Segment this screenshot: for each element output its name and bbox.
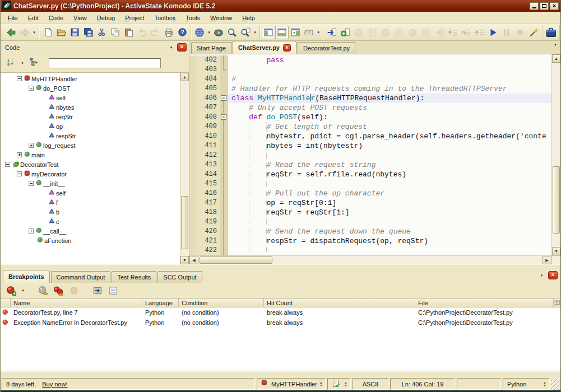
code-line-420[interactable]: 420 # Send the request down the queue: [189, 227, 551, 236]
bottom-panel-menu-button[interactable]: ▾: [537, 271, 546, 279]
tree-item-nbytes[interactable]: nbytes: [1, 102, 180, 112]
line-number[interactable]: 418: [196, 208, 220, 217]
editor-vertical-scrollbar[interactable]: ▲ ▼: [551, 54, 560, 255]
code-editor[interactable]: 402 pass403404#405# Handler for HTTP req…: [189, 54, 551, 255]
tab-breakpoints[interactable]: Breakpoints: [3, 270, 50, 283]
breakpoint-margin[interactable]: [189, 236, 196, 246]
code-line-410[interactable]: 410 nbytestr, pdict = cgi.parse_header(s…: [189, 132, 551, 141]
fold-margin[interactable]: [220, 74, 228, 84]
tree-item-init[interactable]: __init__: [1, 179, 180, 188]
breakpoint-margin[interactable]: [189, 55, 196, 65]
column-header-language[interactable]: Language: [142, 298, 179, 307]
resize-grip[interactable]: [551, 378, 559, 390]
scroll-up-arrow[interactable]: ▲: [180, 73, 189, 81]
line-number[interactable]: 411: [196, 141, 220, 151]
find-button[interactable]: [225, 26, 239, 39]
print-button[interactable]: [162, 26, 175, 39]
code-line-413[interactable]: 413 # Read the request string: [189, 160, 551, 170]
code-line-422[interactable]: 422: [189, 246, 551, 255]
add-breakpoint-button[interactable]: [4, 284, 18, 297]
browser-options-caret-button[interactable]: ▾: [206, 26, 212, 39]
menu-code[interactable]: Code: [44, 13, 68, 23]
line-number[interactable]: 420: [196, 227, 220, 236]
column-header-condition[interactable]: Condition: [179, 298, 264, 307]
back-button[interactable]: [4, 26, 18, 39]
help-button[interactable]: ?: [175, 26, 189, 39]
buy-now-link[interactable]: Buy now!: [42, 381, 67, 388]
code-line-417[interactable]: 417 op = reqStr[0:1]: [189, 198, 551, 208]
code-panel-menu-button[interactable]: ▾: [167, 43, 175, 52]
tree-item-call[interactable]: __call__: [1, 226, 180, 236]
breakpoint-margin[interactable]: [189, 179, 196, 189]
new-file-button[interactable]: [41, 26, 54, 39]
editor-hscroll-track[interactable]: [198, 256, 543, 264]
tree-item-b[interactable]: b: [1, 207, 180, 217]
breakpoint-margin[interactable]: [189, 113, 196, 122]
menu-view[interactable]: View: [68, 13, 92, 23]
expander-open-icon[interactable]: [17, 171, 22, 176]
breakpoint-margin[interactable]: [189, 170, 196, 179]
line-number[interactable]: 413: [196, 160, 220, 170]
debug-go-button[interactable]: [325, 26, 339, 39]
fold-margin[interactable]: [220, 198, 228, 208]
minimize-button[interactable]: [530, 2, 539, 10]
line-number[interactable]: 403: [196, 65, 220, 74]
menu-edit[interactable]: Edit: [23, 13, 44, 23]
expander-closed-icon[interactable]: [17, 152, 22, 157]
fold-margin[interactable]: [220, 113, 228, 122]
scroll-down-arrow[interactable]: ▼: [552, 247, 560, 255]
menu-project[interactable]: Project: [120, 13, 149, 23]
line-number[interactable]: 404: [196, 74, 220, 84]
breakpoint-margin[interactable]: [189, 217, 196, 227]
sort-options-caret-button[interactable]: ▾: [20, 57, 25, 70]
column-header-file[interactable]: File: [415, 298, 554, 307]
pane-right-button[interactable]: [289, 26, 302, 39]
breakpoint-margin[interactable]: [189, 122, 196, 132]
line-number[interactable]: 407: [196, 103, 220, 113]
menu-toolbox[interactable]: Toolbox: [149, 13, 180, 23]
tab-close-button[interactable]: ×: [283, 44, 291, 52]
sort-order-button[interactable]: 19: [5, 57, 17, 69]
tab-command-output[interactable]: Command Output: [51, 271, 111, 283]
line-number[interactable]: 415: [196, 179, 220, 189]
line-number[interactable]: 408: [196, 113, 220, 122]
tree-item-decoratortest[interactable]: DecoratorTest: [1, 160, 180, 169]
column-header-hit-count[interactable]: Hit Count: [264, 298, 415, 307]
editor-horizontal-scrollbar[interactable]: ◀ ▶: [189, 255, 560, 264]
breakpoint-row[interactable]: DecoratorTest.py, line 7Python(no condit…: [1, 307, 560, 318]
expander-open-icon[interactable]: [29, 86, 34, 91]
code-line-415[interactable]: 415: [189, 179, 551, 189]
fold-margin[interactable]: [220, 84, 228, 94]
code-line-411[interactable]: 411 nbytes = int(nbytestr): [189, 141, 551, 151]
code-line-402[interactable]: 402 pass: [189, 55, 551, 65]
code-line-406[interactable]: 406class MyHTTPHandler(BaseHTTPRequestHa…: [189, 94, 551, 103]
scroll-right-arrow[interactable]: ▶: [543, 256, 551, 264]
fold-margin[interactable]: [220, 246, 228, 255]
language-spinner[interactable]: ▴▾: [544, 381, 545, 387]
nav-history-caret-button[interactable]: ▾: [31, 26, 37, 39]
fold-margin[interactable]: [220, 55, 228, 65]
maximize-button[interactable]: [540, 2, 549, 10]
line-number[interactable]: 409: [196, 122, 220, 132]
fold-margin[interactable]: [220, 132, 228, 141]
expander-open-icon[interactable]: [5, 162, 10, 167]
expander-open-icon[interactable]: [17, 76, 22, 81]
menu-file[interactable]: File: [3, 13, 23, 23]
tree-item-self[interactable]: self: [1, 188, 180, 198]
breakpoint-margin[interactable]: [189, 208, 196, 217]
tree-item-myhttphandler[interactable]: MyHTTPHandler: [1, 74, 180, 83]
encoding-indicator[interactable]: ASCII: [353, 378, 388, 390]
code-line-416[interactable]: 416 # Pull out the op character: [189, 189, 551, 198]
close-button[interactable]: ×: [550, 2, 559, 10]
code-line-418[interactable]: 418 reqStr = reqStr[1:]: [189, 208, 551, 217]
debug-new-session-button[interactable]: [339, 26, 352, 39]
fold-margin[interactable]: [220, 141, 228, 151]
fold-margin[interactable]: [220, 217, 228, 227]
scroll-left-arrow[interactable]: ◀: [189, 256, 198, 264]
language-selector[interactable]: Python ▴▾: [503, 378, 550, 390]
find-in-files-button[interactable]: [239, 26, 252, 39]
breakpoint-margin[interactable]: [189, 103, 196, 113]
save-button[interactable]: [68, 26, 81, 39]
disable-breakpoints-button[interactable]: [36, 284, 49, 297]
scroll-up-arrow[interactable]: ▲: [552, 54, 560, 63]
